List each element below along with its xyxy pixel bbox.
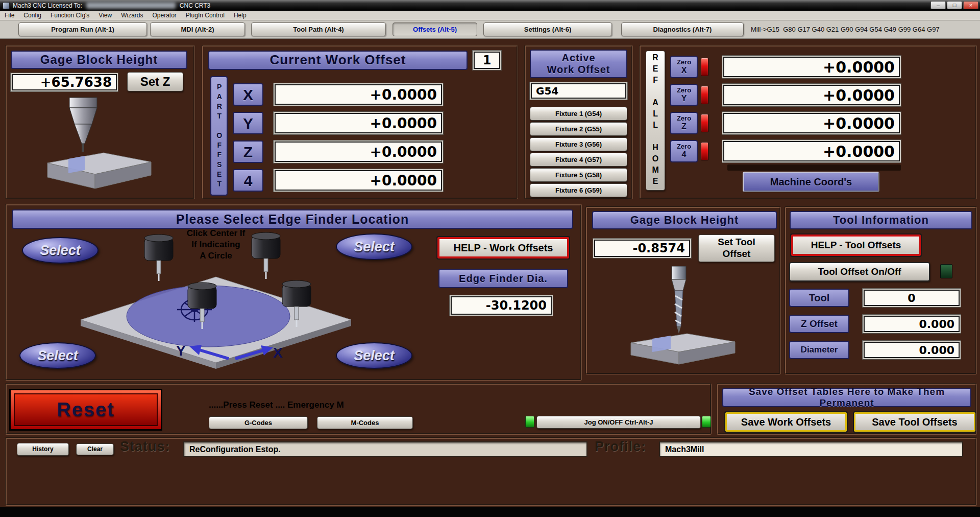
work-offset-y-dro[interactable]: +0.0000 (274, 112, 443, 134)
tab-tool-path[interactable]: Tool Path (Alt-4) (251, 22, 386, 36)
edge-finder-dia-dro[interactable]: -30.1200 (450, 295, 553, 316)
profile-value: Mach3Mill (659, 441, 963, 457)
panel-status: History Clear Status: ReConfiguration Es… (5, 437, 977, 506)
axis-y-button[interactable]: Y (233, 112, 263, 134)
menu-operator[interactable]: Operator (148, 11, 181, 20)
set-z-button[interactable]: Set Z (127, 72, 183, 91)
reset-button[interactable]: Reset (9, 389, 162, 431)
window-controls: – □ × (930, 1, 978, 9)
menu-plugin-control[interactable]: PlugIn Control (181, 11, 229, 20)
z-offset-dro[interactable]: 0.000 (863, 315, 961, 333)
maximize-button[interactable]: □ (947, 1, 962, 9)
select-bottom-right-button[interactable]: Select (336, 342, 412, 369)
bottom-black-strip (0, 507, 980, 517)
panel-active-work-offset: Active Work Offset G54 Fixture 1 (G54) F… (524, 45, 633, 199)
help-work-offsets-button[interactable]: HELP - Work Offsets (437, 237, 569, 258)
zero-4-button[interactable]: Zero4 (670, 140, 698, 162)
jog-toggle-button[interactable]: Jog ON/OFF Ctrl-Alt-J (536, 416, 701, 429)
mcodes-button[interactable]: M-Codes (317, 416, 413, 429)
menu-view[interactable]: View (94, 11, 116, 20)
machine-x-dro[interactable]: +0.0000 (722, 56, 901, 78)
profile-label: Profile: (595, 439, 646, 455)
machine-z-dro[interactable]: +0.0000 (722, 112, 901, 134)
work-offset-x-dro[interactable]: +0.0000 (274, 83, 443, 106)
tab-settings[interactable]: Settings (Alt-6) (483, 22, 612, 36)
z-home-led (701, 114, 708, 132)
machine-y-dro[interactable]: +0.0000 (722, 84, 901, 106)
save-offsets-title: Save Offset Tables Here to Make Them Per… (722, 388, 971, 407)
axis-x-label: X (273, 345, 283, 361)
fixture-1-button[interactable]: Fixture 1 (G54) (530, 107, 627, 121)
select-top-left-button[interactable]: Select (22, 237, 99, 264)
axis-z-button[interactable]: Z (233, 140, 263, 163)
status-message: ReConfiguration Estop. (183, 441, 587, 457)
active-offset-dro[interactable]: G54 (530, 82, 627, 100)
fixture-3-button[interactable]: Fixture 3 (G56) (530, 137, 627, 151)
save-work-offsets-button[interactable]: Save Work Offsets (725, 412, 847, 432)
minimize-button[interactable]: – (930, 1, 946, 9)
menu-bar: File Config Function Cfg's View Wizards … (0, 11, 980, 20)
edge-finder-title: Please Select Edge Finder Location (12, 209, 573, 229)
license-redacted-blur (86, 2, 176, 9)
gcodes-button[interactable]: G-Codes (209, 416, 308, 429)
tab-offsets[interactable]: Offsets (Alt-5) (393, 22, 477, 36)
current-work-offset-title: Current Work Offset (208, 51, 468, 70)
tab-diagnostics[interactable]: Diagnostics (Alt-7) (621, 22, 744, 36)
help-tool-offsets-button[interactable]: HELP - Tool Offsets (791, 234, 921, 256)
tab-program-run[interactable]: Program Run (Alt-1) (18, 22, 147, 36)
zero-y-button[interactable]: ZeroY (670, 84, 698, 106)
work-offset-4-dro[interactable]: +0.0000 (274, 169, 443, 192)
tool-gage-height-dro[interactable]: -0.8574 (593, 239, 691, 258)
gage-block-height-dro[interactable]: +65.7638 (11, 73, 118, 91)
status-label: Status: (120, 439, 170, 455)
title-bar: Mach3 CNC Licensed To: CNC CRT3 – □ × (0, 0, 980, 11)
axis-x-button[interactable]: X (233, 83, 263, 106)
tab-mdi[interactable]: MDI (Alt-2) (150, 22, 245, 36)
menu-function-cfgs[interactable]: Function Cfg's (46, 11, 94, 20)
menu-config[interactable]: Config (19, 11, 46, 20)
panel-reset: Reset ......Press Reset .... Emergency M… (5, 383, 712, 435)
gage-block-right-title: Gage Block Height (592, 211, 777, 229)
work-offset-number-dro[interactable]: 1 (473, 51, 501, 70)
panel-current-work-offset: Current Work Offset 1 PART OFFSET X +0.0… (202, 45, 518, 199)
edge-finder-note: Click Center If If Indicating A Circle (165, 228, 267, 262)
set-tool-offset-button[interactable]: Set Tool Offset (698, 234, 775, 262)
fixture-2-button[interactable]: Fixture 2 (G55) (530, 122, 627, 136)
menu-help[interactable]: Help (229, 11, 251, 20)
window-title: Mach3 CNC Licensed To: (13, 2, 82, 9)
ref-all-home-button[interactable]: REF ALL HOME (646, 51, 665, 191)
save-tool-offsets-button[interactable]: Save Tool Offsets (854, 412, 975, 432)
panel-save-offsets: Save Offset Tables Here to Make Them Per… (717, 383, 977, 435)
select-top-right-button[interactable]: Select (336, 233, 412, 260)
diameter-dro[interactable]: 0.000 (863, 341, 961, 359)
axis-4-button[interactable]: 4 (233, 169, 263, 192)
zero-z-button[interactable]: ZeroZ (670, 112, 698, 134)
fixture-6-button[interactable]: Fixture 6 (G59) (530, 183, 627, 197)
fixture-5-button[interactable]: Fixture 5 (G58) (530, 168, 627, 182)
4-home-led (701, 142, 708, 160)
axis-y-label: Y (176, 343, 186, 359)
close-button[interactable]: × (963, 1, 978, 9)
diameter-label: Diameter (789, 341, 849, 359)
active-work-offset-title: Active Work Offset (530, 50, 627, 78)
select-bottom-left-button[interactable]: Select (19, 342, 96, 369)
mach3-offsets-screen: Mach3 CNC Licensed To: CNC CRT3 – □ × Fi… (0, 0, 980, 517)
menu-wizards[interactable]: Wizards (116, 11, 148, 20)
tool-number-dro[interactable]: 0 (863, 289, 961, 307)
reset-message: ......Press Reset .... Emergency M (209, 400, 344, 410)
machine-4-dro[interactable]: +0.0000 (722, 140, 901, 162)
fixture-4-button[interactable]: Fixture 4 (G57) (530, 153, 627, 167)
menu-file[interactable]: File (0, 11, 19, 20)
history-button[interactable]: History (17, 443, 69, 456)
tool-offset-led (940, 264, 952, 278)
clear-button[interactable]: Clear (76, 443, 114, 455)
machine-coords-button[interactable]: Machine Coord's (743, 172, 879, 192)
drill-graphic (601, 266, 767, 369)
panel-tool-information: Tool Information HELP - Tool Offsets Too… (785, 206, 977, 374)
work-offset-z-dro[interactable]: +0.0000 (274, 140, 443, 163)
part-offset-label: PART OFFSET (210, 76, 228, 196)
tool-offset-toggle-button[interactable]: Tool Offset On/Off (789, 262, 930, 281)
zero-x-button[interactable]: ZeroX (670, 56, 698, 78)
active-gcode-modes: Mill->G15 G80 G17 G40 G21 G90 G94 G54 G4… (751, 26, 940, 33)
panel-machine-coords: REF ALL HOME ZeroX +0.0000 ZeroY +0.0000… (639, 45, 977, 199)
